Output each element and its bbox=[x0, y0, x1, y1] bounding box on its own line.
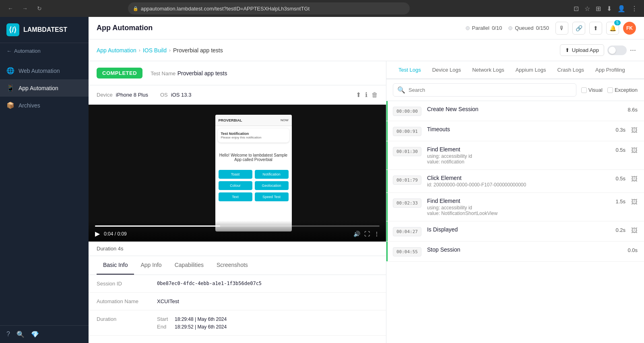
screenshot-icon-3[interactable]: 🖼 bbox=[631, 176, 638, 183]
search-input[interactable] bbox=[409, 87, 572, 93]
breadcrumb-ios-build[interactable]: IOS Build bbox=[143, 47, 167, 54]
bookmark-icon[interactable]: ☆ bbox=[583, 3, 592, 14]
sidebar-item-app-automation[interactable]: 📱 App Automation bbox=[0, 79, 89, 97]
sidebar-item-web-automation[interactable]: 🌐 Web Automation bbox=[0, 62, 89, 79]
screenshot-icon-2[interactable]: 🖼 bbox=[631, 147, 638, 154]
phone-btn-colour[interactable]: Colour bbox=[219, 181, 252, 190]
play-button[interactable]: ▶ bbox=[95, 230, 100, 238]
info-action-icon[interactable]: ℹ bbox=[365, 91, 367, 99]
upload-app-button[interactable]: ⬆ Upload App bbox=[560, 44, 604, 56]
log-content-2: Find Element using: accessibility idvalu… bbox=[427, 146, 610, 165]
tab-app-info[interactable]: App Info bbox=[134, 256, 168, 275]
sidebar-item-label: App Automation bbox=[19, 85, 58, 91]
log-duration-2: 0.5s bbox=[615, 147, 625, 153]
lock-icon: 🔒 bbox=[133, 6, 138, 11]
tab-screenshots[interactable]: Screenshots bbox=[210, 256, 254, 275]
tab-app-profiling[interactable]: App Profiling bbox=[590, 61, 631, 79]
notif-body: Please enjoy this notification bbox=[221, 136, 286, 139]
upload-icon: ⬆ bbox=[565, 47, 570, 53]
log-content-0: Create New Session bbox=[427, 106, 622, 113]
phone-btn-geolocation[interactable]: Geolocation bbox=[255, 181, 289, 190]
sidebar: ⟨/⟩ LAMBDATEST ← Automation 🌐 Web Automa… bbox=[0, 17, 89, 343]
video-more-button[interactable]: ⋮ bbox=[374, 231, 380, 237]
top-bar-icons: 🎙 🔗 ⬆ 🔔 5 FK bbox=[555, 22, 636, 35]
profile-icon[interactable]: 👤 bbox=[616, 3, 627, 14]
app-layout: ⟨/⟩ LAMBDATEST ← Automation 🌐 Web Automa… bbox=[0, 17, 644, 343]
device-value: iPhone 8 Plus bbox=[116, 92, 148, 98]
exception-filter[interactable]: Exception bbox=[607, 87, 638, 93]
log-duration-6: 0.0s bbox=[627, 247, 638, 253]
back-button[interactable]: ← bbox=[5, 3, 16, 14]
tab-crash-logs[interactable]: Crash Logs bbox=[552, 61, 590, 79]
session-id-label: Session ID bbox=[89, 275, 153, 292]
logo-text: LAMBDATEST bbox=[23, 26, 67, 33]
tab-network-logs[interactable]: Network Logs bbox=[466, 61, 510, 79]
breadcrumb-app-automation[interactable]: App Automation bbox=[97, 47, 136, 54]
exception-checkbox[interactable] bbox=[607, 87, 613, 93]
log-tabs: Test Logs Device Logs Network Logs Appiu… bbox=[386, 61, 644, 79]
volume-button[interactable]: 🔊 bbox=[353, 231, 360, 237]
log-timestamp-0: 00:00:00 bbox=[393, 107, 421, 116]
phone-content: Hello! Welcome to lambdatest Sample App … bbox=[215, 145, 292, 231]
download-icon[interactable]: ⬇ bbox=[605, 3, 613, 14]
link-button[interactable]: 🔗 bbox=[572, 22, 585, 35]
notification-button[interactable]: 🔔 5 bbox=[606, 22, 619, 35]
mic-button[interactable]: 🎙 bbox=[555, 22, 568, 35]
visual-filter[interactable]: Visual bbox=[581, 87, 603, 93]
user-avatar[interactable]: FK bbox=[623, 22, 636, 35]
sidebar-item-archives[interactable]: 📦 Archives bbox=[0, 97, 89, 114]
exception-label: Exception bbox=[615, 87, 638, 93]
video-progress-fill bbox=[95, 225, 220, 227]
tab-capabilities[interactable]: Capabilities bbox=[168, 256, 210, 275]
video-progress-bar[interactable] bbox=[95, 225, 380, 227]
queued-value: 0/150 bbox=[536, 25, 549, 31]
toggle-button[interactable] bbox=[607, 45, 627, 55]
share-button[interactable]: ⬆ bbox=[589, 22, 602, 35]
refresh-button[interactable]: ↻ bbox=[34, 3, 45, 14]
log-detail-2: using: accessibility idvalue: notificati… bbox=[427, 153, 610, 165]
toggle-knob bbox=[609, 47, 616, 54]
forward-button[interactable]: → bbox=[19, 3, 31, 14]
extension-icon[interactable]: ⊞ bbox=[594, 3, 603, 14]
delete-action-icon[interactable]: 🗑 bbox=[372, 91, 378, 99]
share-action-icon[interactable]: ⬆ bbox=[356, 91, 361, 99]
web-automation-icon: 🌐 bbox=[6, 67, 14, 74]
start-row: Start 18:29:48 | May 6th 2024 bbox=[157, 316, 382, 322]
screenshot-icon-5[interactable]: 🖼 bbox=[631, 227, 638, 234]
phone-btn-notification[interactable]: Notification bbox=[255, 170, 289, 179]
device-info-os: OS iOS 13.3 bbox=[160, 92, 191, 98]
sidebar-item-label: Archives bbox=[19, 102, 40, 109]
tab-device-logs[interactable]: Device Logs bbox=[427, 61, 467, 79]
menu-icon[interactable]: ⋮ bbox=[630, 3, 639, 14]
end-row: End 18:29:52 | May 6th 2024 bbox=[157, 324, 382, 330]
sidebar-back-btn[interactable]: ← Automation bbox=[0, 43, 89, 59]
breadcrumb-sep-2: › bbox=[169, 48, 171, 53]
fullscreen-button[interactable]: ⛶ bbox=[364, 231, 370, 237]
notification-badge: 5 bbox=[614, 20, 621, 25]
os-value: iOS 13.3 bbox=[171, 92, 192, 98]
log-duration-4: 1.5s bbox=[615, 198, 625, 205]
visual-checkbox[interactable] bbox=[581, 87, 587, 93]
phone-btn-speed-test[interactable]: Speed Test bbox=[255, 192, 289, 201]
tab-test-logs[interactable]: Test Logs bbox=[393, 61, 427, 79]
phone-buttons: Toast Notification Colour Geolocation Te… bbox=[219, 170, 289, 201]
test-name-group: Test Name Proverbial app tests bbox=[151, 70, 227, 77]
search-icon[interactable]: 🔍 bbox=[17, 331, 25, 338]
address-bar[interactable]: 🔒 appautomation.lambdatest.com/test?test… bbox=[128, 2, 410, 14]
end-label: End bbox=[157, 324, 171, 330]
start-value: 18:29:48 | May 6th 2024 bbox=[175, 316, 227, 322]
tab-basic-info[interactable]: Basic Info bbox=[97, 256, 134, 275]
log-content-6: Stop Session bbox=[427, 246, 622, 254]
screenshot-icon-4[interactable]: 🖼 bbox=[631, 198, 638, 206]
phone-btn-text[interactable]: Text bbox=[219, 192, 252, 201]
help-icon[interactable]: ? bbox=[6, 331, 10, 338]
screenshot-icon-1[interactable]: 🖼 bbox=[631, 127, 638, 134]
tab-appium-logs[interactable]: Appium Logs bbox=[510, 61, 552, 79]
parallel-label: Parallel bbox=[472, 25, 489, 31]
more-button[interactable]: ··· bbox=[630, 46, 636, 54]
logo-icon: ⟨/⟩ bbox=[6, 23, 19, 36]
start-label: Start bbox=[157, 316, 171, 322]
diamond-icon[interactable]: 💎 bbox=[31, 331, 39, 338]
phone-btn-toast[interactable]: Toast bbox=[219, 170, 252, 179]
screen-icon[interactable]: ⊡ bbox=[572, 3, 580, 14]
